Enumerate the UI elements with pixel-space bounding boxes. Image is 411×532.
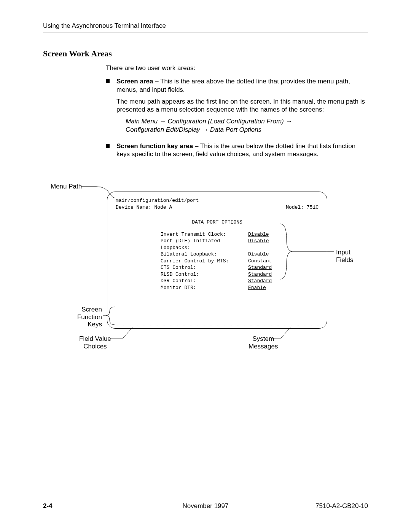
footer-page-number: 2-4 bbox=[43, 502, 119, 510]
term-device: Device Name: Node A bbox=[116, 204, 172, 211]
label-field-value-l1: Field Value bbox=[79, 335, 111, 343]
menu-example-line2: Configuration Edit/Display → Data Port O… bbox=[126, 126, 368, 134]
opt-row: Port (DTE) Initiated Loopbacks:Disable bbox=[161, 238, 319, 251]
bullet2-label: Screen function key area bbox=[116, 142, 193, 150]
svg-line-4 bbox=[123, 328, 132, 338]
svg-line-6 bbox=[281, 328, 290, 338]
page-footer: 2-4 November 1997 7510-A2-GB20-10 bbox=[43, 499, 368, 510]
label-input-fields: Input Fields bbox=[336, 249, 368, 264]
figure-screen-work-areas: Menu Path Input Fields Screen Function K… bbox=[43, 178, 368, 353]
label-system-l1: System bbox=[249, 335, 278, 343]
label-field-value-l2: Choices bbox=[79, 343, 111, 350]
opt-row: DSR Control:Standard bbox=[161, 278, 319, 284]
term-options: Invert Transmit Clock:Disable Port (DTE)… bbox=[161, 231, 319, 291]
menu-example-line1: Main Menu → Configuration (Load Configur… bbox=[126, 117, 368, 125]
menu-path-example: Main Menu → Configuration (Load Configur… bbox=[126, 117, 368, 134]
term-divider: - - - - - - - - - - - - - - - - - - - - … bbox=[116, 322, 319, 329]
running-header: Using the Asynchronous Terminal Interfac… bbox=[43, 22, 368, 32]
bullet-fnkey-area: Screen function key area – This is the a… bbox=[106, 142, 368, 158]
label-screen-fn-l3: Keys bbox=[66, 321, 102, 328]
opt-row: Invert Transmit Clock:Disable bbox=[161, 231, 319, 238]
opt-row: RLSD Control:Standard bbox=[161, 271, 319, 278]
bullet1-sub: The menu path appears as the first line … bbox=[116, 97, 368, 114]
intro-paragraph: There are two user work areas: bbox=[106, 64, 368, 72]
body-text: There are two user work areas: Screen ar… bbox=[106, 64, 368, 160]
bullet-icon bbox=[106, 144, 110, 148]
opt-row: Monitor DTR:Enable bbox=[161, 284, 319, 291]
bullet-screen-area: Screen area – This is the area above the… bbox=[106, 77, 368, 140]
term-path: main/configuration/edit/port bbox=[116, 197, 319, 204]
section-title: Screen Work Areas bbox=[43, 49, 112, 59]
opt-row: Bilateral Loopback:Disable bbox=[161, 251, 319, 258]
label-system-l2: Messages bbox=[249, 343, 278, 350]
opt-row: Carrier Control by RTS:Constant bbox=[161, 258, 319, 265]
terminal-screenshot: main/configuration/edit/port Device Name… bbox=[107, 192, 327, 329]
bullet1-label: Screen area bbox=[116, 78, 153, 85]
term-model: Model: 7510 bbox=[286, 204, 319, 211]
footer-doc-id: 7510-A2-GB20-10 bbox=[292, 502, 368, 510]
label-screen-fn-l1: Screen bbox=[66, 306, 102, 313]
bullet-icon bbox=[106, 79, 110, 83]
label-menu-path: Menu Path bbox=[51, 183, 82, 190]
label-screen-fn-l2: Function bbox=[66, 313, 102, 321]
footer-date: November 1997 bbox=[119, 502, 292, 510]
opt-row: CTS Control:Standard bbox=[161, 264, 319, 271]
term-title: DATA PORT OPTIONS bbox=[116, 219, 319, 226]
